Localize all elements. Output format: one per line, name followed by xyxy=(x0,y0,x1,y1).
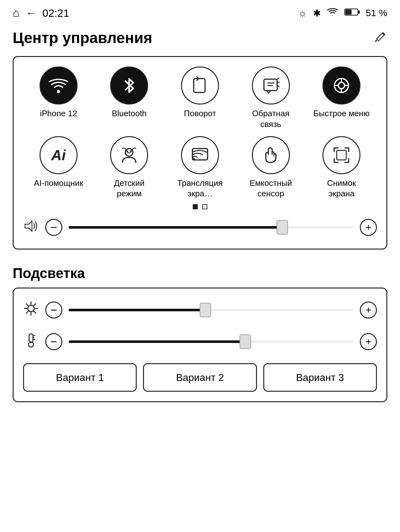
svg-rect-1 xyxy=(358,10,360,14)
status-left: ⌂ ← 02:21 xyxy=(13,6,69,20)
temperature-icon xyxy=(23,332,39,351)
temperature-decrease-button[interactable]: − xyxy=(45,333,62,350)
bluetooth-status-icon: ✱ xyxy=(313,8,321,19)
svg-rect-5 xyxy=(264,79,277,91)
feedback-icon-circle xyxy=(252,66,290,104)
svg-point-7 xyxy=(338,82,345,89)
ai-label: AI-помощник xyxy=(34,178,83,189)
ai-icon-circle: Ai xyxy=(40,136,78,174)
temperature-track-bg xyxy=(69,340,353,343)
temperature-thumb[interactable] xyxy=(240,334,251,349)
brightness-thumb[interactable] xyxy=(200,303,211,317)
rotation-icon-circle xyxy=(181,66,219,104)
svg-marker-14 xyxy=(25,221,32,231)
svg-rect-16 xyxy=(29,334,33,343)
svg-point-8 xyxy=(125,149,133,156)
brightness-increase-button[interactable]: + xyxy=(360,301,377,319)
minus-icon-brightness: − xyxy=(50,304,57,316)
icon-item-ai[interactable]: Ai AI-помощник xyxy=(30,136,87,200)
icon-item-feedback[interactable]: Обратная связь xyxy=(242,66,299,130)
bluetooth-icon-circle xyxy=(110,66,148,104)
icon-item-wifi[interactable]: iPhone 12 xyxy=(30,66,87,130)
battery-icon xyxy=(344,8,360,19)
pagination-dots xyxy=(23,204,377,209)
quickmenu-icon-circle xyxy=(322,66,360,104)
minus-icon-temp: − xyxy=(50,336,57,347)
volume-decrease-button[interactable]: − xyxy=(45,219,62,236)
volume-slider-row: − + xyxy=(23,216,377,239)
brightness-track-bg xyxy=(69,309,353,311)
svg-point-3 xyxy=(57,90,60,93)
rotation-label: Поворот xyxy=(184,108,216,119)
svg-rect-2 xyxy=(345,10,352,15)
plus-icon-temp: + xyxy=(366,337,372,347)
icons-row-1: iPhone 12 Bluetooth П xyxy=(23,66,377,130)
svg-point-12 xyxy=(192,158,195,161)
dot-active xyxy=(193,204,198,209)
volume-icon xyxy=(23,220,39,235)
plus-icon-brightness: + xyxy=(366,305,372,315)
variant-3-button[interactable]: Вариант 3 xyxy=(263,363,377,392)
temperature-slider-track[interactable] xyxy=(69,340,353,343)
temperature-track-fill xyxy=(69,340,245,343)
page-header: Центр управления xyxy=(0,23,400,56)
svg-point-10 xyxy=(130,150,132,152)
minus-icon: − xyxy=(50,222,57,233)
icons-row-2: Ai AI-помощник Детский режим xyxy=(23,136,377,200)
variant-1-button[interactable]: Вариант 1 xyxy=(23,363,137,392)
wifi-label: iPhone 12 xyxy=(40,108,77,119)
cast-icon-circle xyxy=(181,136,219,174)
brightness-decrease-button[interactable]: − xyxy=(45,301,62,319)
icon-item-cast[interactable]: Трансляция экра… xyxy=(172,136,228,200)
brightness-icon: ☼ xyxy=(298,7,307,19)
bluetooth-label: Bluetooth xyxy=(112,108,147,119)
brightness-track-fill xyxy=(69,309,205,311)
dot-inactive xyxy=(202,204,207,209)
backlight-section-title: Подсветка xyxy=(0,262,400,288)
svg-point-9 xyxy=(127,150,128,152)
quickmenu-label: Быстрое меню xyxy=(313,108,369,119)
control-center-panel: iPhone 12 Bluetooth П xyxy=(13,56,387,250)
icon-item-touch[interactable]: Емкостный сенсор xyxy=(242,136,299,200)
volume-track-fill xyxy=(69,226,282,229)
cast-label: Трансляция экра… xyxy=(172,178,228,200)
touch-label: Емкостный сенсор xyxy=(242,178,299,200)
volume-slider-track[interactable] xyxy=(69,226,353,229)
plus-icon: + xyxy=(366,222,372,232)
icon-item-screenshot[interactable]: Снимок экрана xyxy=(313,136,370,200)
status-bar: ⌂ ← 02:21 ☼ ✱ 51 % xyxy=(0,0,400,23)
svg-point-15 xyxy=(28,305,34,312)
backlight-panel: − + − xyxy=(13,288,387,402)
svg-rect-4 xyxy=(194,79,205,92)
temperature-increase-button[interactable]: + xyxy=(360,333,377,350)
back-icon[interactable]: ← xyxy=(26,7,36,19)
brightness-slider-track[interactable] xyxy=(69,309,353,311)
edit-icon[interactable] xyxy=(373,29,387,47)
home-icon[interactable]: ⌂ xyxy=(13,6,20,20)
temperature-slider-row: − + xyxy=(23,329,377,354)
screenshot-label: Снимок экрана xyxy=(313,178,370,200)
brightness-slider-row: − + xyxy=(23,298,377,322)
screenshot-icon-circle xyxy=(322,136,360,174)
main-content: iPhone 12 Bluetooth П xyxy=(0,56,400,250)
svg-rect-13 xyxy=(337,150,346,160)
icon-item-quickmenu[interactable]: Быстрое меню xyxy=(313,66,370,130)
variant-buttons: Вариант 1 Вариант 2 Вариант 3 xyxy=(23,363,377,392)
status-right: ☼ ✱ 51 % xyxy=(298,7,387,19)
icon-item-bluetooth[interactable]: Bluetooth xyxy=(101,66,158,130)
touch-icon-circle xyxy=(252,136,290,174)
battery-percent: 51 % xyxy=(366,8,387,18)
volume-track-bg xyxy=(69,226,353,229)
volume-thumb[interactable] xyxy=(277,220,288,235)
wifi-icon-circle xyxy=(40,66,78,104)
brightness-icon-sun xyxy=(23,301,39,319)
feedback-label: Обратная связь xyxy=(242,108,299,130)
icon-item-kids[interactable]: Детский режим xyxy=(101,136,158,200)
volume-increase-button[interactable]: + xyxy=(360,219,377,236)
page-title: Центр управления xyxy=(13,29,152,47)
icon-item-rotation[interactable]: Поворот xyxy=(172,66,228,130)
wifi-status-icon xyxy=(327,7,339,19)
kids-icon-circle xyxy=(110,136,148,174)
time-display: 02:21 xyxy=(42,7,69,19)
variant-2-button[interactable]: Вариант 2 xyxy=(143,363,257,392)
